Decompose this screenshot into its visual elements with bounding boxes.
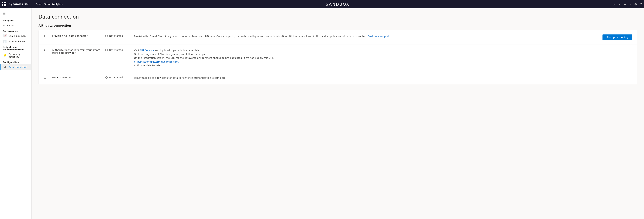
customer-support-link[interactable]: Customer support. [368, 35, 390, 38]
filter-icon[interactable]: ▿ [630, 2, 631, 6]
step-1-status: Not started [105, 34, 130, 37]
step-3-row: 3. Data connection Not started It may ta… [39, 72, 637, 84]
step-3-number: 3. [44, 76, 48, 79]
sidebar-section-insights: Insights and recommendations [0, 44, 31, 52]
step-3-description: It may take up to a few days for data to… [134, 76, 596, 80]
chart-icon: 📈 [3, 34, 7, 37]
data-connection-card: 1. Provision AiFi data connector Not sta… [38, 30, 637, 84]
step-1-label: Provision AiFi data connector [52, 34, 101, 37]
sidebar-item-data-connection[interactable]: 🔌 Data connection [0, 64, 31, 70]
aifi-console-link[interactable]: AiFi Console [140, 49, 154, 52]
sidebar-item-home-label: Home [7, 24, 14, 27]
search-icon[interactable]: ⌕ [613, 2, 615, 6]
step-1-status-radio [105, 35, 108, 37]
dynamics-url-link[interactable]: https://ssa0405us.crm.dynamics.com. [134, 60, 179, 63]
sidebar-section-configuration: Configuration [0, 59, 31, 64]
sidebar-item-frequently-bought-label: Frequently bought t... [8, 53, 28, 58]
waffle-menu[interactable] [2, 2, 6, 6]
sidebar-item-chain-summary-label: Chain summary [8, 35, 26, 37]
step-2-row: 2. Authorize flow of data from your smar… [39, 44, 637, 72]
bar-chart-icon: 📊 [3, 40, 7, 43]
sidebar-item-chain-summary[interactable]: 📈 Chain summary [0, 33, 31, 39]
topnav-actions: ⌕ ⚬ + ▿ ⚙ ? [613, 2, 642, 6]
plug-icon: 🔌 [3, 65, 7, 69]
sidebar-item-frequently-bought[interactable]: 💡 Frequently bought t... [0, 52, 31, 59]
add-icon[interactable]: + [624, 2, 626, 6]
lightbulb-icon[interactable]: ⚬ [618, 2, 620, 6]
app-name: Smart Store Analytics [36, 3, 63, 5]
settings-icon[interactable]: ⚙ [634, 2, 637, 6]
step-3-label: Data connection [52, 76, 101, 79]
main-content: Data connection AiFi data connection 1. … [32, 8, 644, 219]
sidebar-toggle[interactable]: ☰ [0, 11, 31, 18]
home-icon: ⌂ [3, 24, 5, 27]
help-icon[interactable]: ? [640, 2, 642, 6]
step-2-description: Visit AiFi Console and log in with you a… [134, 49, 596, 67]
step-2-status: Not started [105, 49, 130, 51]
nav-separator [33, 2, 33, 6]
start-provisioning-button[interactable]: Start provisioning [602, 34, 632, 40]
step-2-label: Authorize flow of data from your smart s… [52, 49, 101, 54]
topnav: Dynamics 365 Smart Store Analytics SANDB… [0, 0, 644, 8]
step-2-status-radio [105, 49, 108, 51]
step-1-action: Start provisioning [600, 34, 632, 40]
step-3-status-radio [105, 76, 108, 79]
sidebar-section-performance: Performance [0, 28, 31, 33]
step-1-description: Provision the Smart Store Analytics envi… [134, 34, 596, 38]
step-2-number: 2. [44, 49, 48, 52]
sidebar-item-data-connection-label: Data connection [8, 66, 27, 68]
environment-label: SANDBOX [65, 2, 611, 6]
sidebar-item-store-drilldown-label: Store drilldown [8, 40, 26, 43]
step-3-status: Not started [105, 76, 130, 79]
step-1-desc-text: Provision the Smart Store Analytics envi… [134, 35, 368, 38]
sidebar-item-home[interactable]: ⌂ Home [0, 22, 31, 28]
step-3-status-text: Not started [109, 76, 123, 79]
brand-name[interactable]: Dynamics 365 [8, 3, 30, 6]
sidebar-section-analytics: Analytics [0, 18, 31, 22]
section-title: AiFi data connection [38, 24, 637, 27]
step-1-number: 1. [44, 34, 48, 38]
bulb-icon: 💡 [3, 54, 7, 57]
step-2-status-text: Not started [109, 49, 123, 51]
step-1-status-text: Not started [109, 34, 123, 37]
step-1-row: 1. Provision AiFi data connector Not sta… [39, 30, 637, 44]
page-title: Data connection [38, 14, 637, 20]
step-3-desc-text: It may take up to a few days for data to… [134, 76, 226, 79]
layout: ☰ Analytics ⌂ Home Performance 📈 Chain s… [0, 8, 644, 219]
sidebar: ☰ Analytics ⌂ Home Performance 📈 Chain s… [0, 8, 32, 219]
sidebar-item-store-drilldown[interactable]: 📊 Store drilldown [0, 39, 31, 44]
